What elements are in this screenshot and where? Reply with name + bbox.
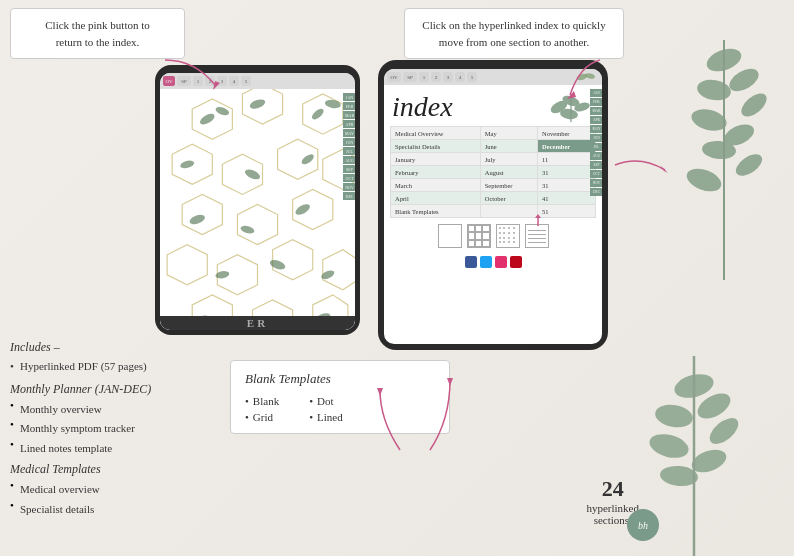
svg-point-14 <box>647 430 691 462</box>
svg-point-47 <box>269 258 287 271</box>
social-row <box>384 254 602 270</box>
table-cell[interactable]: August <box>480 166 537 179</box>
medical-templates-title: Medical Templates <box>10 462 225 477</box>
table-cell[interactable]: May <box>480 127 537 140</box>
table-cell[interactable]: Blank Templates <box>391 205 481 218</box>
svg-marker-65 <box>447 378 453 386</box>
svg-marker-28 <box>167 245 207 285</box>
facebook-icon[interactable] <box>465 256 477 268</box>
monthly-symptom-text: Monthly symptom tracker <box>20 422 135 434</box>
table-cell[interactable]: Medical Overview <box>391 127 481 140</box>
svg-point-13 <box>705 413 743 449</box>
svg-point-39 <box>324 99 341 110</box>
twitter-icon[interactable] <box>480 256 492 268</box>
specialist-details-text: Specialist details <box>20 503 94 515</box>
dot-item: •Dot <box>309 395 343 407</box>
lined-notes-item: • Lined notes template <box>10 438 225 458</box>
grid-template-icon[interactable] <box>467 224 491 248</box>
logo-watermark: bh <box>627 509 659 541</box>
index-title: index <box>392 91 453 123</box>
svg-point-41 <box>244 167 262 181</box>
svg-marker-20 <box>303 94 343 134</box>
monthly-planner-title: Monthly Planner (JAN-DEC) <box>10 382 225 397</box>
includes-title: Includes – <box>10 340 225 355</box>
svg-point-44 <box>240 224 255 234</box>
table-cell-highlight[interactable]: December <box>538 140 596 153</box>
svg-marker-64 <box>377 388 383 396</box>
callout-left: Click the pink button to return to the i… <box>10 8 185 59</box>
r-tab-spec[interactable]: SP <box>403 72 417 82</box>
template-icons-row <box>384 218 602 254</box>
table-cell[interactable]: 51 <box>538 205 596 218</box>
blank-template-icon[interactable] <box>438 224 462 248</box>
tab-5[interactable]: 5 <box>241 76 251 86</box>
hyperlinked-pdf-item: • Hyperlinked PDF (57 pages) <box>10 358 225 376</box>
info-panel: Includes – • Hyperlinked PDF (57 pages) … <box>10 340 225 519</box>
table-cell[interactable]: February <box>391 166 481 179</box>
grid-item: •Grid <box>245 411 279 423</box>
index-table: Medical Overview May November Specialist… <box>390 126 596 218</box>
svg-point-4 <box>689 106 729 135</box>
lined-notes-text: Lined notes template <box>20 442 112 454</box>
table-cell[interactable]: 31 <box>538 166 596 179</box>
svg-point-45 <box>294 202 312 217</box>
right-month-tabs[interactable]: JAN FEB MAR APR MAY JUN JUL AUG SEP OCT … <box>590 89 602 196</box>
table-cell[interactable]: 41 <box>538 192 596 205</box>
table-cell[interactable]: 11 <box>538 153 596 166</box>
svg-point-7 <box>732 150 766 180</box>
table-cell[interactable]: January <box>391 153 481 166</box>
svg-marker-63 <box>660 165 668 173</box>
svg-point-12 <box>653 402 694 430</box>
monthly-overview-item: • Monthly overview <box>10 399 225 419</box>
svg-point-43 <box>188 213 206 226</box>
table-cell[interactable]: June <box>480 140 537 153</box>
table-cell[interactable]: March <box>391 179 481 192</box>
r-tab-3[interactable]: 3 <box>443 72 453 82</box>
callout-left-text: Click the pink button to return to the i… <box>45 19 150 48</box>
hyperlinked-pdf-text: Hyperlinked PDF (57 pages) <box>20 360 147 372</box>
dot-template-icon[interactable] <box>496 224 520 248</box>
svg-point-35 <box>198 112 216 127</box>
table-cell[interactable]: September <box>480 179 537 192</box>
pattern-area <box>160 89 355 330</box>
monthly-overview-text: Monthly overview <box>20 403 102 415</box>
r-tab-1[interactable]: 1 <box>419 72 429 82</box>
medical-overview-item: • Medical overview <box>10 479 225 499</box>
month-tabs[interactable]: JAN FEB MAR APR MAY JUN JUL AUG SEP OCT … <box>343 93 355 200</box>
table-cell[interactable]: October <box>480 192 537 205</box>
er-label: ER <box>160 316 355 330</box>
svg-point-38 <box>310 107 325 121</box>
lined-template-icon[interactable] <box>525 224 549 248</box>
r-tab-5[interactable]: 5 <box>467 72 477 82</box>
svg-point-37 <box>249 98 267 111</box>
blank-templates-col1: •Blank •Grid <box>245 395 279 423</box>
blank-templates-col2: •Dot •Lined <box>309 395 343 423</box>
r-tab-2[interactable]: 2 <box>431 72 441 82</box>
svg-point-8 <box>684 164 725 195</box>
svg-marker-30 <box>273 240 313 280</box>
svg-marker-19 <box>242 89 282 124</box>
pinterest-icon[interactable] <box>510 256 522 268</box>
svg-marker-52 <box>213 81 220 90</box>
table-cell[interactable]: Specialist Details <box>391 140 481 153</box>
table-cell[interactable]: April <box>391 192 481 205</box>
lined-item: •Lined <box>309 411 343 423</box>
table-cell[interactable]: 31 <box>538 179 596 192</box>
tablet-left: OV SP 1 2 3 4 5 <box>155 65 360 335</box>
table-cell[interactable]: July <box>480 153 537 166</box>
callout-right: Click on the hyperlinked index to quickl… <box>404 8 624 59</box>
medical-overview-text: Medical overview <box>20 483 100 495</box>
r-tab-4[interactable]: 4 <box>455 72 465 82</box>
table-cell[interactable]: November <box>538 127 596 140</box>
specialist-details-item: • Specialist details <box>10 499 225 519</box>
svg-point-3 <box>737 89 770 121</box>
svg-marker-31 <box>323 250 355 290</box>
table-cell[interactable] <box>480 205 537 218</box>
svg-point-2 <box>696 77 733 103</box>
blank-item: •Blank <box>245 395 279 407</box>
svg-point-1 <box>726 64 763 96</box>
instagram-icon[interactable] <box>495 256 507 268</box>
r-tab-over[interactable]: OV <box>387 72 401 82</box>
svg-point-42 <box>300 152 316 166</box>
callout-right-text: Click on the hyperlinked index to quickl… <box>422 19 605 48</box>
